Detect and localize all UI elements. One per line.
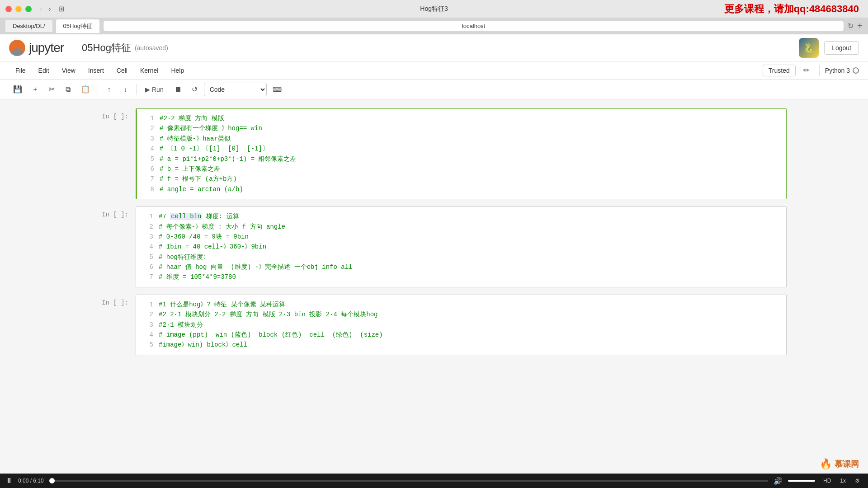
cell-3-prompt: In [ ]:: [81, 295, 136, 355]
close-button[interactable]: [5, 6, 12, 12]
time-display: 0:00 / 6:10: [18, 478, 44, 484]
restart-button[interactable]: ↺: [188, 83, 202, 96]
tab-desktop-dl[interactable]: Desktop/DL/: [5, 20, 52, 32]
title-bar: ‹ › ⊞ Hog特征3 更多课程，请加qq:484683840: [0, 0, 868, 18]
interrupt-button[interactable]: ⏹: [170, 83, 186, 96]
nav-arrows: ‹ ›: [37, 4, 54, 14]
menu-kernel[interactable]: Kernel: [134, 63, 165, 78]
promo-text: 更多课程，请加qq:484683840: [724, 2, 859, 16]
cell-2-code[interactable]: 1#7 cell bin 梯度: 运算 2# 每个像素-》梯度 : 大小 f 方…: [136, 207, 786, 287]
browser-bar: Desktop/DL/ 05Hog特征 ↻ +: [0, 18, 868, 34]
progress-dot: [49, 478, 55, 483]
python-icon: 🐍: [799, 38, 819, 58]
url-bar[interactable]: [103, 21, 844, 31]
video-controls-right: HD 1x ⚙: [821, 477, 863, 485]
window-title: Hog特征3: [420, 5, 448, 13]
fire-icon: 🔥: [820, 458, 832, 470]
cell-2[interactable]: In [ ]: 1#7 cell bin 梯度: 运算 2# 每个像素-》梯度 …: [81, 206, 787, 287]
kernel-status-circle: [853, 67, 859, 74]
watermark: 🔥 慕课网: [820, 458, 859, 470]
menu-help[interactable]: Help: [165, 63, 190, 78]
add-tab-button[interactable]: +: [857, 21, 863, 31]
cell-1-code[interactable]: 1#2·2 梯度 方向 模版 2# 像素都有一个梯度 》hog== win 3#…: [137, 109, 786, 199]
separator: [819, 65, 820, 76]
run-label: Run: [152, 86, 164, 93]
copy-button[interactable]: ⧉: [61, 83, 75, 96]
move-up-button[interactable]: ↑: [102, 83, 116, 96]
play-pause-button[interactable]: ⏸: [5, 477, 13, 485]
logout-button[interactable]: Logout: [824, 41, 859, 55]
window-controls: [5, 6, 32, 12]
cell-3-content[interactable]: 1#1 什么是hog》? 特征 某个像素 某种运算 2#2 2·1 模块划分 2…: [136, 295, 787, 355]
notebook-area: In [ ]: 1#2·2 梯度 方向 模版 2# 像素都有一个梯度 》hog=…: [0, 99, 868, 474]
maximize-button[interactable]: [25, 6, 32, 12]
cell-3[interactable]: In [ ]: 1#1 什么是hog》? 特征 某个像素 某种运算 2#2 2·…: [81, 295, 787, 355]
cell-2-content[interactable]: 1#7 cell bin 梯度: 运算 2# 每个像素-》梯度 : 大小 f 方…: [136, 206, 787, 287]
paste-button[interactable]: 📋: [77, 83, 94, 96]
menu-file[interactable]: File: [9, 63, 32, 78]
settings-video-button[interactable]: ⚙: [852, 477, 863, 485]
refresh-button[interactable]: ↻: [848, 22, 854, 30]
kernel-status: Python 3: [825, 67, 859, 74]
forward-button[interactable]: ›: [46, 4, 53, 14]
menu-view[interactable]: View: [56, 63, 82, 78]
menu-insert[interactable]: Insert: [82, 63, 110, 78]
jupyter-logo: jupyter: [9, 40, 64, 56]
menu-edit[interactable]: Edit: [32, 63, 56, 78]
watermark-text: 慕课网: [835, 459, 859, 469]
volume-button[interactable]: 🔊: [774, 477, 783, 485]
keyboard-button[interactable]: ⌨: [269, 83, 286, 96]
sep1: [98, 84, 98, 95]
hd-button[interactable]: HD: [821, 477, 834, 485]
add-cell-button[interactable]: +: [28, 83, 42, 96]
progress-bar[interactable]: [49, 480, 768, 482]
volume-bar[interactable]: [788, 480, 815, 482]
menu-bar: File Edit View Insert Cell Kernel Help T…: [0, 61, 868, 80]
autosaved-label: (autosaved): [135, 44, 168, 52]
run-button[interactable]: ▶ Run: [140, 83, 169, 96]
cut-button[interactable]: ✂: [44, 83, 59, 96]
kernel-label: Python 3: [825, 67, 850, 74]
header-right: 🐍 Logout: [799, 38, 859, 58]
sidebar-toggle-button[interactable]: ⊞: [58, 5, 64, 13]
move-down-button[interactable]: ↓: [118, 83, 132, 96]
edit-pencil-button[interactable]: ✏: [799, 64, 814, 77]
minimize-button[interactable]: [15, 6, 22, 12]
save-button[interactable]: 💾: [9, 83, 26, 96]
toolbar: 💾 + ✂ ⧉ 📋 ↑ ↓ ▶ Run ⏹ ↺ Code Markdown Ra…: [0, 80, 868, 99]
jupyter-logo-icon: [9, 40, 25, 56]
video-bar: ⏸ 0:00 / 6:10 🔊 HD 1x ⚙: [0, 474, 868, 488]
sep2: [136, 84, 137, 95]
cell-type-select[interactable]: Code Markdown Raw NBConvert Heading: [204, 83, 267, 96]
cell-3-code[interactable]: 1#1 什么是hog》? 特征 某个像素 某种运算 2#2 2·1 模块划分 2…: [136, 295, 786, 355]
menu-right: Trusted ✏ Python 3: [763, 64, 859, 77]
cell-1-content[interactable]: 1#2·2 梯度 方向 模版 2# 像素都有一个梯度 》hog== win 3#…: [136, 108, 787, 199]
back-button[interactable]: ‹: [37, 4, 45, 14]
cell-1[interactable]: In [ ]: 1#2·2 梯度 方向 模版 2# 像素都有一个梯度 》hog=…: [81, 108, 787, 199]
tab-hog[interactable]: 05Hog特征: [56, 19, 99, 33]
jupyter-text: jupyter: [29, 41, 64, 55]
menu-cell[interactable]: Cell: [110, 63, 134, 78]
jupyter-header: jupyter 05Hog特征 (autosaved) 🐍 Logout: [0, 34, 868, 61]
cell-2-prompt: In [ ]:: [81, 206, 136, 287]
cell-1-prompt: In [ ]:: [81, 108, 136, 199]
speed-button[interactable]: 1x: [837, 477, 849, 485]
trusted-button[interactable]: Trusted: [763, 65, 796, 76]
run-icon: ▶: [145, 86, 150, 93]
notebook-title[interactable]: 05Hog特征: [82, 41, 131, 55]
